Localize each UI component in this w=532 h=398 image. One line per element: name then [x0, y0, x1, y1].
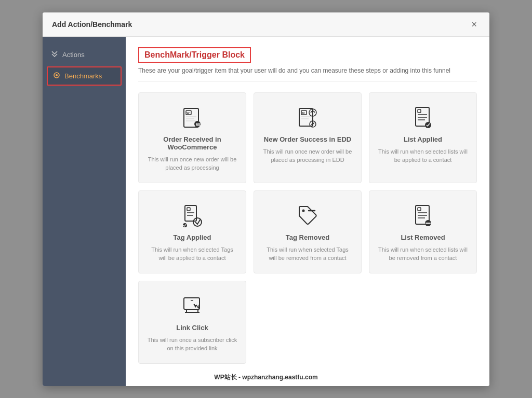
card-list-removed-desc: This will run when selected lists will b…: [378, 245, 468, 263]
tag-applied-icon: [180, 203, 205, 228]
sidebar-item-benchmarks[interactable]: Benchmarks: [47, 66, 122, 86]
sidebar-item-actions-label: Actions: [62, 51, 85, 59]
card-woocommerce-title: Order Received in WooCommerce: [147, 135, 237, 151]
modal: Add Action/Benchmark × Actions: [43, 12, 489, 386]
card-link-click-desc: This will run once a subscriber click on…: [147, 336, 237, 353]
svg-rect-18: [418, 109, 421, 113]
woo-icon: W W: [180, 105, 205, 130]
section-title: BenchMark/Trigger Block: [138, 47, 251, 63]
svg-point-29: [302, 209, 305, 212]
card-tag-removed[interactable]: Tag Removed This will run when selected …: [254, 190, 362, 273]
card-tag-removed-title: Tag Removed: [262, 234, 353, 241]
svg-rect-32: [418, 208, 421, 211]
card-link-click[interactable]: Link Click This will run once a subscrib…: [138, 281, 246, 364]
svg-text:W: W: [196, 122, 201, 127]
cards-grid: W W Order Received in WooCommerce This w…: [138, 92, 477, 364]
card-list-applied-title: List Applied: [378, 135, 468, 143]
svg-rect-38: [184, 298, 200, 309]
card-list-applied-desc: This will run when selected lists will b…: [378, 147, 468, 164]
card-woocommerce-order[interactable]: W W Order Received in WooCommerce This w…: [138, 92, 246, 183]
card-edd-title: New Order Success in EDD: [262, 135, 353, 143]
modal-body: Actions Benchmarks BenchMark/Trigger Blo…: [43, 37, 489, 386]
modal-overlay: Add Action/Benchmark × Actions: [0, 0, 532, 398]
list-removed-icon: [410, 203, 435, 228]
card-list-applied[interactable]: List Applied This will run when selected…: [369, 92, 477, 183]
card-woocommerce-desc: This will run once new order will be pla…: [147, 155, 237, 172]
edd-icon: W: [295, 105, 320, 130]
list-applied-icon: [410, 105, 435, 130]
card-tag-applied-desc: This will run when selected Tags will be…: [147, 245, 237, 263]
svg-rect-24: [187, 208, 190, 211]
svg-text:W: W: [302, 112, 305, 115]
tag-removed-icon: [295, 203, 320, 228]
card-link-click-title: Link Click: [147, 324, 237, 332]
card-list-removed-title: List Removed: [378, 234, 468, 241]
sidebar-item-benchmarks-label: Benchmarks: [64, 72, 102, 80]
svg-point-1: [56, 74, 58, 76]
sidebar-item-actions[interactable]: Actions: [43, 45, 126, 64]
modal-header: Add Action/Benchmark ×: [43, 12, 489, 37]
card-edd-order[interactable]: W New Order Success in EDD This will run…: [254, 92, 362, 183]
benchmarks-icon: [53, 72, 60, 80]
section-desc: These are your goal/trigger item that yo…: [138, 67, 477, 82]
card-tag-applied[interactable]: Tag Applied This will run when selected …: [138, 190, 246, 273]
actions-icon: [51, 50, 58, 59]
modal-title: Add Action/Benchmark: [52, 20, 132, 29]
modal-close-button[interactable]: ×: [468, 19, 480, 30]
card-list-removed[interactable]: List Removed This will run when selected…: [369, 190, 477, 273]
card-tag-removed-desc: This will run when selected Tags will be…: [262, 245, 353, 263]
main-content: BenchMark/Trigger Block These are your g…: [126, 37, 489, 386]
sidebar: Actions Benchmarks: [43, 37, 126, 386]
card-edd-desc: This will run once new order will be pla…: [262, 147, 353, 164]
card-tag-applied-title: Tag Applied: [147, 234, 237, 241]
link-click-icon: [180, 294, 205, 319]
svg-text:W: W: [187, 112, 190, 115]
